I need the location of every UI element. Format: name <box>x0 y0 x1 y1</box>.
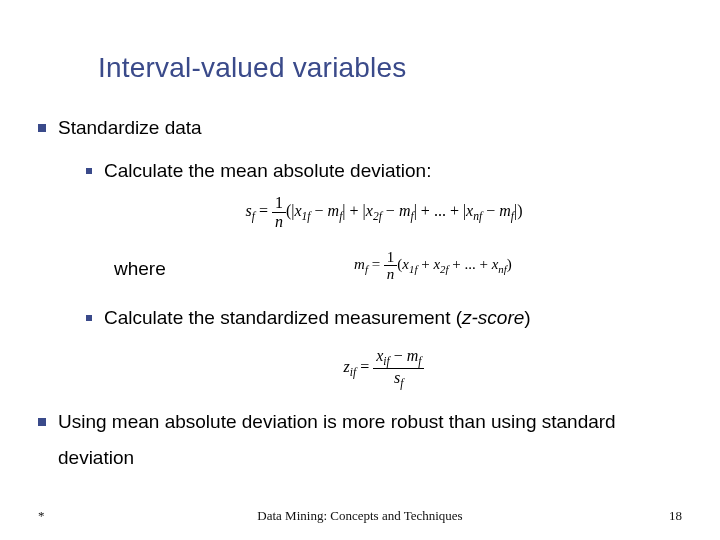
sub-bullet-mad: Calculate the mean absolute deviation: <box>86 156 682 186</box>
sub-bullet-zscore-suffix: ) <box>524 307 530 328</box>
slide: Interval-valued variables Standardize da… <box>0 0 720 540</box>
sub-bullet-zscore-italic: z-score <box>462 307 524 328</box>
slide-title: Interval-valued variables <box>98 52 682 84</box>
footer-center: Data Mining: Concepts and Techniques <box>257 508 462 524</box>
bullet-standardize: Standardize data Calculate the mean abso… <box>38 110 682 390</box>
bullet-robust-label: Using mean absolute deviation is more ro… <box>58 411 616 468</box>
where-line: where mf = 1n(x1f + x2f + ... + xnf) <box>114 245 682 293</box>
sub-bullet-zscore: Calculate the standardized measurement (… <box>86 303 682 333</box>
sub-bullet-zscore-prefix: Calculate the standardized measurement ( <box>104 307 462 328</box>
bullet-robust: Using mean absolute deviation is more ro… <box>38 404 682 476</box>
footer-left: * <box>38 508 45 524</box>
where-label: where <box>114 251 166 287</box>
formula-zscore: zif = xif − mf sf <box>86 347 682 390</box>
formula-mad: sf = 1n(|x1f − mf| + |x2f − mf| + ... + … <box>86 194 682 230</box>
page-number: 18 <box>669 508 682 524</box>
inner-list: Calculate the mean absolute deviation: s… <box>86 156 682 390</box>
footer: * Data Mining: Concepts and Techniques 1… <box>0 508 720 524</box>
formula-mean: mf = 1n(x1f + x2f + ... + xnf) <box>354 249 512 283</box>
sub-bullet-mad-label: Calculate the mean absolute deviation: <box>104 160 431 181</box>
bullet-standardize-label: Standardize data <box>58 117 202 138</box>
